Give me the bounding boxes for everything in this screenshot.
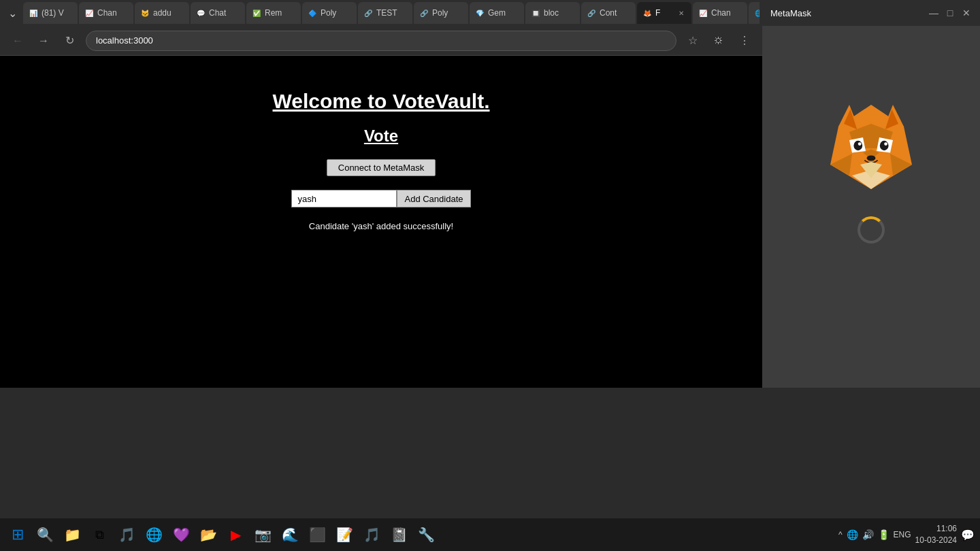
page-main: Welcome to VoteVault. Vote Connect to Me… <box>0 90 762 231</box>
add-candidate-button[interactable]: Add Candidate <box>397 190 470 207</box>
clock-date: 10-03-2024 <box>915 535 957 546</box>
menu-button[interactable]: ⋮ <box>735 31 754 50</box>
bookmark-button[interactable]: ☆ <box>683 31 702 50</box>
edge-icon[interactable]: 🌊 <box>278 522 302 547</box>
tab-label: Chan <box>97 8 128 18</box>
tab-close-button[interactable]: ✕ <box>676 8 686 18</box>
tab-tab-13[interactable]: 📈Chan <box>693 2 747 24</box>
add-candidate-row: Add Candidate <box>291 190 470 207</box>
tab-label: Chan <box>711 8 742 18</box>
taskbar-system-tray: ^ 🌐 🔊 🔋 ENG 11:06 10-03-2024 💬 <box>838 523 975 546</box>
tab-tab-11[interactable]: 🔗Cont <box>581 2 636 24</box>
youtube-icon[interactable]: ▶ <box>223 522 248 547</box>
task-view-button[interactable]: ⧉ <box>87 522 112 547</box>
metamask-title-bar: MetaMask — □ ✕ <box>762 0 980 26</box>
browser-content: Welcome to VoteVault. Vote Connect to Me… <box>0 56 762 388</box>
sound-icon[interactable]: 🔊 <box>862 529 874 540</box>
tab-favicon: 🌐 <box>754 8 760 18</box>
file-explorer-button[interactable]: 📁 <box>60 522 84 547</box>
browser-window: ⌄ 📊(81) V📈Chan🐱addu💬Chat✅Rem🔷Poly🔗TEST🔗P… <box>0 0 762 388</box>
tab-favicon: 📈 <box>84 8 94 18</box>
copilot-icon[interactable]: 💜 <box>169 522 193 547</box>
metamask-title: MetaMask <box>770 8 811 18</box>
notification-button[interactable]: 💬 <box>961 529 975 541</box>
tab-favicon: ✅ <box>252 8 261 18</box>
taskbar-icons: ⊞ 🔍 📁 ⧉ 🎵 🌐 💜 📂 ▶ 📷 🌊 ⬛ 📝 🎵 📓 🔧 <box>5 522 438 547</box>
metamask-loading-spinner <box>858 216 885 244</box>
page-title: Welcome to VoteVault. <box>273 90 490 113</box>
tab-tab-5[interactable]: ✅Rem <box>246 2 301 24</box>
search-button[interactable]: 🔍 <box>33 522 57 547</box>
files-icon[interactable]: 📂 <box>196 522 220 547</box>
tab-favicon: 💎 <box>475 8 485 18</box>
svg-point-13 <box>867 155 876 161</box>
extra-icon[interactable]: 🔧 <box>414 522 438 547</box>
tab-overflow-button[interactable]: ⌄ <box>3 3 22 22</box>
tab-tab-12[interactable]: 🦊F✕ <box>637 2 691 24</box>
battery-icon: 🔋 <box>878 529 889 540</box>
tab-favicon: 🔲 <box>531 8 540 18</box>
terminal-icon[interactable]: ⬛ <box>305 522 329 547</box>
system-tray-icons: ^ 🌐 🔊 🔋 ENG <box>838 529 911 540</box>
tab-favicon: 🔗 <box>419 8 429 18</box>
chrome-icon[interactable]: 🌐 <box>142 522 166 547</box>
window-controls: — □ ✕ <box>928 7 972 18</box>
tab-bar: ⌄ 📊(81) V📈Chan🐱addu💬Chat✅Rem🔷Poly🔗TEST🔗P… <box>0 0 762 26</box>
network-icon[interactable]: 🌐 <box>847 529 858 540</box>
tab-favicon: 🐱 <box>140 8 150 18</box>
tab-label: Poly <box>432 8 463 18</box>
address-input[interactable] <box>86 31 676 51</box>
close-button[interactable]: ✕ <box>961 7 972 18</box>
language-indicator[interactable]: ENG <box>894 530 911 539</box>
metamask-panel: MetaMask — □ ✕ <box>762 0 980 388</box>
show-hidden-icon[interactable]: ^ <box>838 530 843 539</box>
tab-favicon: 🔗 <box>363 8 373 18</box>
page-subtitle: Vote <box>364 127 398 146</box>
svg-point-10 <box>858 142 862 146</box>
tab-label: TEST <box>376 8 407 18</box>
maximize-button[interactable]: □ <box>945 7 956 18</box>
clock-time: 11:06 <box>915 523 957 535</box>
extensions-button[interactable]: ⛭ <box>709 31 728 50</box>
back-button[interactable]: ← <box>8 31 27 50</box>
svg-point-9 <box>880 141 889 150</box>
tab-label: bloc <box>544 8 574 18</box>
tab-tab-6[interactable]: 🔷Poly <box>302 2 357 24</box>
tab-tab-8[interactable]: 🔗Poly <box>414 2 468 24</box>
candidate-name-input[interactable] <box>291 190 397 207</box>
tab-tab-9[interactable]: 💎Gem <box>470 2 524 24</box>
tab-tab-3[interactable]: 🐱addu <box>135 2 189 24</box>
tab-favicon: 📈 <box>698 8 708 18</box>
tab-tab-4[interactable]: 💬Chat <box>191 2 245 24</box>
notepad-icon[interactable]: 📓 <box>387 522 411 547</box>
system-clock[interactable]: 11:06 10-03-2024 <box>915 523 957 546</box>
tab-tab-10[interactable]: 🔲bloc <box>525 2 580 24</box>
tab-favicon: 🔷 <box>308 8 317 18</box>
spotify-icon[interactable]: 🎵 <box>359 522 384 547</box>
tab-tab-7[interactable]: 🔗TEST <box>358 2 412 24</box>
reload-button[interactable]: ↻ <box>60 31 79 50</box>
tab-label: Gem <box>488 8 519 18</box>
tab-favicon: 📊 <box>29 8 38 18</box>
minimize-button[interactable]: — <box>928 7 939 18</box>
instagram-icon[interactable]: 📷 <box>250 522 275 547</box>
vscode-icon[interactable]: 📝 <box>332 522 357 547</box>
tab-favicon: 🔗 <box>587 8 596 18</box>
forward-button[interactable]: → <box>34 31 53 50</box>
svg-point-11 <box>884 142 887 146</box>
svg-point-8 <box>853 141 862 150</box>
tab-tab-1[interactable]: 📊(81) V <box>23 2 78 24</box>
start-button[interactable]: ⊞ <box>5 522 30 547</box>
desktop-area <box>0 388 980 518</box>
tab-label: Poly <box>321 8 351 18</box>
tab-label: addu <box>153 8 184 18</box>
taskbar: ⊞ 🔍 📁 ⧉ 🎵 🌐 💜 📂 ▶ 📷 🌊 ⬛ 📝 🎵 📓 🔧 ^ 🌐 🔊 🔋 … <box>0 518 980 551</box>
tab-tab-14[interactable]: 🌐login <box>749 2 760 24</box>
spotify-widget-icon[interactable]: 🎵 <box>114 522 139 547</box>
tab-label: Cont <box>600 8 630 18</box>
tab-favicon: 💬 <box>196 8 206 18</box>
tab-label: Chat <box>209 8 240 18</box>
tab-tab-2[interactable]: 📈Chan <box>79 2 133 24</box>
tab-favicon: 🦊 <box>642 8 652 18</box>
connect-metamask-button[interactable]: Connect to MetaMask <box>327 159 436 176</box>
